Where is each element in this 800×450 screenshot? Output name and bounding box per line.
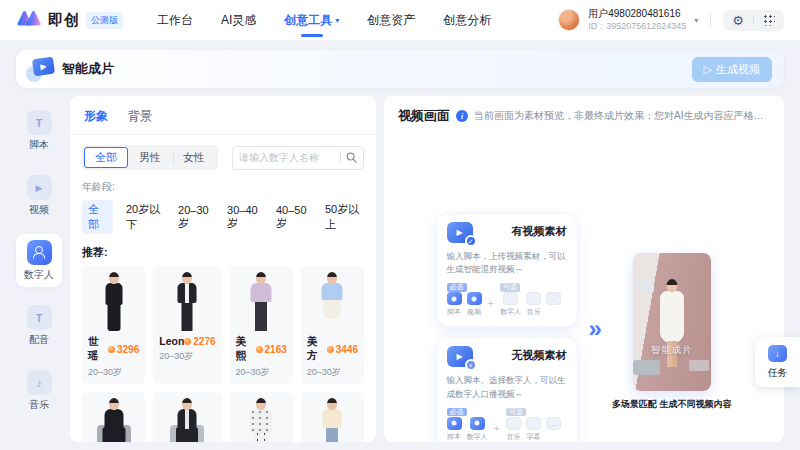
- coin-icon: [184, 338, 191, 345]
- divider: [340, 152, 341, 164]
- subtitle-mini-icon: [526, 417, 541, 430]
- card-age: 20–30岁: [88, 366, 139, 379]
- mini-label: 数字人: [500, 307, 521, 317]
- mini-label: 音乐: [507, 432, 521, 442]
- nav-item-creative-assets[interactable]: 创意资产: [367, 0, 415, 40]
- apps-grid-icon[interactable]: [763, 14, 775, 26]
- optional-group: 可选 数字人 音乐 …: [500, 283, 561, 317]
- sidebar-item-music[interactable]: ♪ 音乐: [16, 364, 62, 417]
- phone-caption: 多场景匹配 生成不同视频内容: [612, 398, 732, 411]
- video-preview-title: 视频画面: [398, 107, 450, 125]
- chevron-down-icon: ▾: [335, 16, 339, 25]
- video-preview-header: 视频画面 i 当前画面为素材预览，非最终成片效果；您对AI生成内容应严格遵循国家…: [398, 107, 770, 125]
- card-price: 2276: [184, 336, 215, 347]
- room-sofa: [633, 360, 660, 375]
- divider: [710, 12, 711, 28]
- age-chip-40-50[interactable]: 40–50岁: [276, 204, 312, 231]
- digital-human-card[interactable]: 世菲 7304: [82, 392, 145, 442]
- play-icon: ▶: [40, 62, 47, 72]
- avatar[interactable]: [558, 9, 580, 31]
- app-root: 即创 公测版 工作台 AI灵感 创意工具 ▾ 创意资产 创意分析 用户49802…: [0, 0, 800, 450]
- user-info[interactable]: 用户4980280481616 ID：3952075612624345: [588, 8, 686, 32]
- required-badge: 必选: [447, 408, 467, 416]
- digital-human-mini-icon: [503, 292, 518, 305]
- flow-diagram: ▶ ✓ 有视频素材 输入脚本，上传视频素材，可以生成智能混剪视频～ 必选 脚本 …: [384, 214, 784, 442]
- digital-human-card[interactable]: 才吉 2322: [153, 392, 221, 442]
- video-folder-icon: ▶ ×: [447, 346, 473, 367]
- check-badge-icon: ✓: [465, 235, 477, 247]
- music-icon: ♪: [27, 370, 52, 395]
- required-group: 必选 脚本 视频: [447, 283, 482, 317]
- card-name: 世瑶: [88, 335, 108, 363]
- recommend-label: 推荐:: [82, 245, 364, 260]
- digital-human-card[interactable]: 宁烟 2903: [301, 392, 364, 442]
- search-input[interactable]: [239, 152, 337, 163]
- age-chip-30-40[interactable]: 30–40岁: [227, 204, 263, 231]
- mini-label: 脚本: [447, 432, 461, 442]
- left-rail: T 脚本 ▶ 视频 数字人 T 配音 ♪ 音乐: [16, 96, 62, 442]
- gender-all-button[interactable]: 全部: [84, 147, 128, 168]
- gender-male-button[interactable]: 男性: [128, 147, 172, 168]
- element-video: 视频: [467, 292, 482, 317]
- digital-human-card[interactable]: Leon 2276 20–30岁: [153, 266, 221, 384]
- more-icon: …: [546, 417, 561, 430]
- sidebar-item-digital-human[interactable]: 数字人: [16, 234, 62, 287]
- required-group: 必选 脚本 数字人: [447, 408, 488, 442]
- sidebar-item-video[interactable]: ▶ 视频: [16, 169, 62, 222]
- video-card-icon: ▶: [32, 57, 55, 77]
- sidebar-item-dubbing[interactable]: T 配音: [16, 299, 62, 352]
- mini-label: 视频: [467, 307, 481, 317]
- tab-appearance[interactable]: 形象: [84, 108, 108, 125]
- card-name: Leon: [159, 335, 184, 347]
- room-bench: [689, 360, 709, 371]
- active-tab-underline: [301, 34, 323, 37]
- card-age: 20–30岁: [236, 366, 287, 379]
- smart-film-banner: ▶ 智能成片 ▷ 生成视频: [16, 50, 784, 88]
- video-icon: ▶: [27, 175, 52, 200]
- tab-background[interactable]: 背景: [128, 108, 152, 125]
- gender-female-button[interactable]: 女性: [172, 147, 216, 168]
- digital-human-card[interactable]: 美方 3446 20–30岁: [301, 266, 364, 384]
- card-name: 美方: [307, 335, 327, 363]
- task-float-button[interactable]: ↓ 任务: [755, 337, 800, 387]
- avatar-figure: [236, 395, 287, 442]
- logo-mark-icon: [16, 9, 42, 31]
- element-music: 音乐: [506, 417, 521, 442]
- task-download-icon: ↓: [768, 345, 787, 362]
- play-icon: ▶: [36, 183, 43, 193]
- user-name: 用户4980280481616: [588, 8, 686, 21]
- t-glyph: T: [36, 312, 43, 324]
- digital-human-card[interactable]: 美熙 2163 20–30岁: [230, 266, 293, 384]
- play-icon: ▶: [456, 352, 462, 361]
- sidebar-item-script[interactable]: T 脚本: [16, 104, 62, 157]
- user-menu-caret-icon[interactable]: ▾: [694, 16, 698, 25]
- sidebar-item-label: 配音: [29, 333, 49, 347]
- info-icon[interactable]: i: [456, 110, 468, 122]
- video-mini-icon: [467, 292, 482, 305]
- generate-video-button[interactable]: ▷ 生成视频: [692, 57, 772, 82]
- age-chip-20-30[interactable]: 20–30岁: [178, 204, 214, 231]
- nav-item-label: 创意工具: [284, 12, 332, 29]
- digital-human-card[interactable]: 世瑶 3296 20–30岁: [82, 266, 145, 384]
- nav-item-creative-analytics[interactable]: 创意分析: [443, 0, 491, 40]
- digital-human-card[interactable]: 美蔓 4475: [230, 392, 293, 442]
- video-preview-panel: 视频画面 i 当前画面为素材预览，非最终成片效果；您对AI生成内容应严格遵循国家…: [384, 96, 784, 442]
- app-logo[interactable]: 即创 公测版: [16, 9, 123, 31]
- age-chip-under20[interactable]: 20岁以下: [126, 202, 165, 232]
- age-range-label: 年龄段:: [82, 180, 364, 194]
- age-chip-over50[interactable]: 50岁以上: [325, 202, 364, 232]
- card-price: 2163: [256, 344, 287, 355]
- gear-icon[interactable]: ⚙: [732, 14, 744, 27]
- nav-item-creative-tools[interactable]: 创意工具 ▾: [284, 0, 339, 40]
- price-value: 2163: [265, 344, 287, 355]
- nav-item-workbench[interactable]: 工作台: [157, 0, 193, 40]
- element-script: 脚本: [447, 417, 462, 442]
- card-age: 20–30岁: [159, 350, 215, 363]
- search-icon[interactable]: [346, 152, 357, 163]
- nav-item-ai-inspiration[interactable]: AI灵感: [221, 0, 256, 40]
- age-chip-all[interactable]: 全部: [82, 200, 113, 234]
- presenter-body: [660, 291, 684, 343]
- beta-badge: 公测版: [86, 12, 123, 29]
- music-note-glyph: ♪: [36, 377, 42, 389]
- coin-icon: [327, 346, 334, 353]
